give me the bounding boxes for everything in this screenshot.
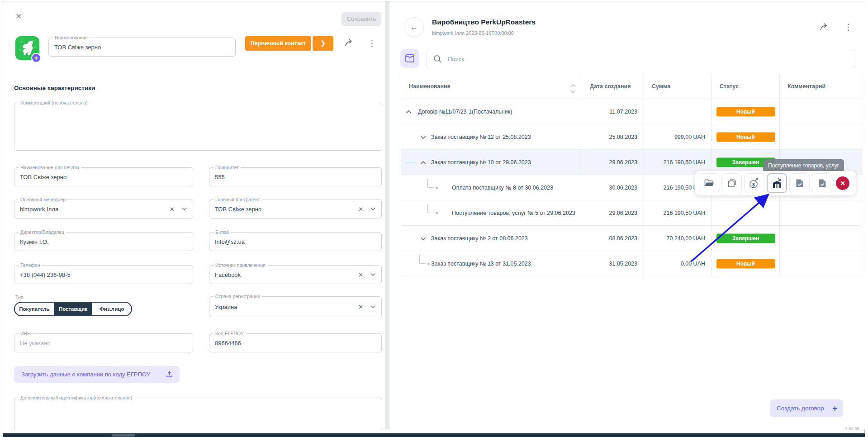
document-sum: 999,00 UAH	[674, 134, 705, 140]
search-input[interactable]: Поиск	[427, 49, 855, 68]
company-edit-panel: ✕ + Наименование ТОВ Свіже зерно	[3, 1, 385, 429]
type-segmented-control: Покупатель Поставщик Физ.лицо	[14, 302, 132, 316]
priority-field[interactable]: Приоритет 555	[209, 167, 382, 186]
type-option-buyer[interactable]: Покупатель	[15, 303, 54, 315]
status-badge: Новый	[716, 259, 775, 268]
field-value: +38 (044) 236-98-5	[20, 271, 71, 278]
main-contractor-select[interactable]: Главный Контрагент ТОВ Свіже зерно ✕	[209, 200, 382, 218]
add-photo-icon[interactable]: +	[31, 53, 41, 63]
chevron-down-icon[interactable]	[370, 272, 375, 277]
expand-icon[interactable]	[420, 133, 426, 141]
document-name[interactable]: Оплата поставщику № 8 от 30.06.2023	[452, 185, 553, 191]
document-name[interactable]: Заказ поставщику № 13 от 31.05.2023	[431, 261, 531, 267]
clear-icon[interactable]: ✕	[170, 206, 175, 213]
field-label: E-mail	[213, 229, 231, 235]
field-label: Основной менеджер	[19, 197, 67, 202]
table-row[interactable]: Поступление товаров, услуг № 5 от 29.06.…	[401, 200, 862, 226]
column-header-name[interactable]: Наименование	[401, 74, 582, 99]
section-title: Основные характеристики	[14, 85, 95, 91]
expand-icon[interactable]	[420, 234, 426, 242]
table-row[interactable]: Заказ поставщику № 2 от 08.06.2023 08.06…	[401, 226, 862, 251]
status-badge: Новый	[716, 132, 775, 142]
copy-document-button[interactable]	[721, 173, 742, 193]
field-label: Телефон	[19, 262, 42, 268]
close-actions-icon[interactable]: ✕	[836, 176, 849, 190]
create-contract-label: Создать договор	[777, 405, 824, 412]
document-sum: 0,00 UAH	[681, 261, 705, 267]
field-value: Info@sz.ua	[215, 238, 245, 245]
table-row[interactable]: Заказ поставщику № 13 от 31.05.2023 31.0…	[401, 251, 862, 276]
back-button[interactable]: ←	[404, 17, 424, 37]
clear-icon[interactable]: ✕	[358, 271, 363, 278]
inn-field[interactable]: ИНН Не указано	[14, 333, 193, 352]
document-name[interactable]: Заказ поставщику № 2 от 08.06.2023	[431, 235, 528, 242]
share-icon[interactable]	[820, 23, 830, 33]
extra-identifier-field[interactable]: Дополнительный идентификатор(необязатель…	[14, 398, 382, 429]
document-check-icon	[795, 179, 804, 188]
phone-field[interactable]: Телефон +38 (044) 236-98-5	[14, 265, 193, 284]
document-name[interactable]: Заказ поставщику № 10 от 29.06.2023	[431, 159, 531, 166]
document-name[interactable]: Заказ поставщику № 12 от 25.08.2023	[431, 134, 531, 140]
panel-scrollbar-track[interactable]	[385, 1, 389, 429]
document-check-button[interactable]	[789, 173, 810, 193]
more-options-icon[interactable]: ⋮	[844, 22, 851, 32]
director-field[interactable]: Директор/Владелец Кузмін І.О.	[14, 232, 193, 251]
chevron-down-icon[interactable]	[370, 207, 375, 212]
print-name-field[interactable]: Наименование для печати ТОВ Свіже зерно	[14, 167, 193, 186]
company-name-field[interactable]: Наименование ТОВ Свіже зерно	[48, 38, 236, 57]
document-date: 25.08.2023	[609, 134, 637, 140]
upload-icon	[166, 370, 173, 378]
collapse-icon[interactable]	[406, 108, 412, 116]
open-folder-button[interactable]	[699, 173, 719, 193]
field-value: Facebook	[215, 271, 241, 278]
payment-out-button[interactable]: $	[744, 173, 764, 193]
column-header-status[interactable]: Статус	[712, 74, 780, 99]
country-select[interactable]: Страна регистрации Украина ✕	[209, 296, 382, 317]
document-name[interactable]: Договір №11/07/23-1(Постачальник)	[418, 109, 512, 115]
table-row[interactable]: Заказ поставщику № 12 от 25.08.2023 25.0…	[401, 124, 862, 150]
type-option-supplier[interactable]: Поставщик	[54, 303, 93, 315]
primary-contact-next-button[interactable]: ❯	[313, 36, 333, 51]
document-date: 11.07.2023	[609, 109, 637, 115]
copy-icon	[727, 179, 736, 188]
field-value: Украина	[215, 304, 237, 310]
close-icon[interactable]: ✕	[14, 12, 23, 21]
search-icon	[433, 55, 442, 63]
comment-field[interactable]: Комментарий (необязательно)	[14, 103, 382, 151]
chevron-down-icon[interactable]	[182, 207, 187, 212]
field-label: Наименование	[53, 35, 90, 40]
page-title: Виробництво PerkUpRoasters	[432, 18, 536, 26]
document-sum: 216 190,50 UAH	[664, 159, 705, 166]
version-label: 1.83.35	[845, 426, 859, 431]
bottom-scrollbar-thumb[interactable]	[112, 434, 135, 437]
table-row[interactable]: Договір №11/07/23-1(Постачальник) 11.07.…	[401, 99, 862, 124]
create-contract-button[interactable]: Создать договор +	[770, 399, 843, 417]
document-name[interactable]: Поступление товаров, услуг № 5 от 29.06.…	[452, 210, 575, 216]
documents-folder-button[interactable]	[400, 49, 419, 68]
document-check-2-button[interactable]	[812, 173, 832, 193]
share-icon[interactable]	[345, 38, 356, 48]
save-button[interactable]: Сохранить	[342, 12, 381, 26]
field-value: Кузмін І.О.	[20, 238, 49, 245]
column-header-sum[interactable]: Сумма	[644, 74, 712, 99]
lead-source-select[interactable]: Источник привлечения Facebook ✕	[209, 265, 382, 284]
primary-contact-button[interactable]: Первичный контакт	[245, 36, 311, 51]
clear-icon[interactable]: ✕	[358, 206, 363, 213]
open-folder-icon	[704, 179, 714, 187]
collapse-icon[interactable]	[420, 158, 426, 166]
search-placeholder: Поиск	[448, 55, 464, 62]
email-field[interactable]: E-mail Info@sz.ua	[209, 232, 382, 251]
column-header-comment[interactable]: Комментарий	[780, 74, 862, 99]
load-company-data-button[interactable]: Загрузить данные о компании по коду ЕГРП…	[14, 366, 180, 383]
chevron-down-icon[interactable]	[370, 304, 375, 309]
column-header-date[interactable]: Дата создания	[582, 74, 644, 99]
more-options-icon[interactable]: ⋮	[368, 38, 375, 48]
bottom-scrollbar[interactable]	[3, 433, 865, 437]
clear-icon[interactable]: ✕	[358, 304, 363, 310]
type-option-individual[interactable]: Физ.лицо	[92, 303, 131, 315]
goods-receipt-button[interactable]	[767, 173, 787, 193]
egrpou-field[interactable]: Код ЕГРПОУ 89664466	[209, 333, 382, 352]
manager-select[interactable]: Основной менеджер bimpwork Ілля ✕	[14, 200, 193, 218]
field-label: Источник привлечения	[213, 262, 267, 268]
field-label: Код ЕГРПОУ	[213, 331, 246, 336]
